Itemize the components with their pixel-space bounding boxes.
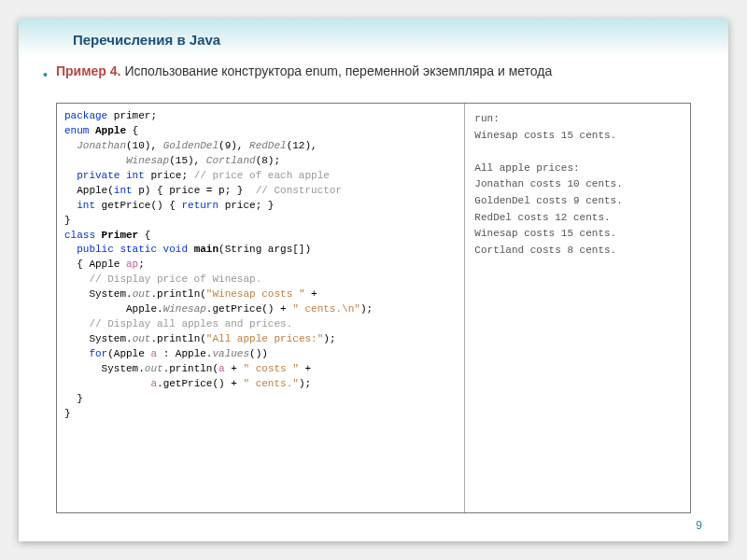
kw-return: return — [181, 200, 218, 211]
t: (10), — [126, 140, 163, 151]
kw-for: for — [64, 348, 107, 359]
comment: // Display price of Winesap. — [64, 273, 261, 285]
kw-package: package — [64, 110, 107, 121]
t: ()) — [249, 348, 268, 359]
t: (9), — [218, 140, 249, 151]
t: price; — [145, 170, 194, 181]
main: main — [188, 244, 218, 255]
kw-enum: enum — [64, 125, 89, 136]
out: out — [145, 363, 163, 374]
output-column: run: Winesap costs 15 cents. All apple p… — [465, 104, 690, 512]
t: { — [138, 230, 150, 241]
slide-title: Перечисления в Java — [73, 32, 220, 48]
t: ); — [360, 303, 373, 315]
comment: // price of each apple — [194, 170, 330, 181]
enum-const: Cortland — [206, 155, 256, 166]
t: } — [64, 393, 83, 404]
enum-name: Apple — [89, 125, 126, 136]
slide: Перечисления в Java • Пример 4. Использо… — [19, 19, 728, 541]
t: .getPrice() + — [157, 378, 243, 389]
str: " cents." — [243, 378, 298, 389]
t: .println( — [150, 288, 205, 300]
out: out — [133, 333, 151, 344]
code-column: package primer; enum Apple { Jonathan(10… — [57, 104, 465, 512]
class-name: Primer — [95, 230, 138, 241]
t: price; } — [218, 200, 274, 211]
enum-const: Winesap — [64, 155, 169, 166]
t: } — [64, 215, 71, 226]
t: System. — [64, 363, 145, 374]
kw-psv: public static void — [64, 244, 188, 255]
var: a — [218, 363, 225, 374]
t: primer; — [107, 110, 157, 121]
t: ; — [138, 259, 145, 270]
str: " costs " — [243, 363, 298, 374]
t: + — [225, 363, 244, 374]
t: Apple. — [64, 303, 163, 315]
str: "All apple prices:" — [206, 333, 323, 344]
t: (Apple — [107, 348, 150, 359]
subtitle: • Пример 4. Использование конструктора e… — [56, 63, 691, 78]
t: .getPrice() + — [206, 303, 292, 315]
content-box: package primer; enum Apple { Jonathan(10… — [56, 103, 691, 513]
out: out — [133, 288, 151, 300]
t: ); — [299, 378, 311, 389]
t: (12), — [287, 140, 317, 151]
bullet-icon: • — [43, 67, 48, 82]
enum-const: RedDel — [249, 140, 287, 151]
t — [64, 378, 150, 389]
comment: // Constructor — [256, 185, 342, 196]
t: { Apple — [64, 259, 126, 270]
var: ap — [126, 259, 138, 270]
subtitle-prefix: Пример 4. — [56, 63, 124, 78]
t: getPrice() { — [95, 200, 181, 211]
kw-int: int — [114, 185, 133, 196]
t: + — [304, 288, 317, 300]
t: .println( — [163, 363, 218, 374]
t: + — [299, 363, 311, 374]
t: p) { price = p; } — [133, 185, 256, 196]
kw-private-int: private int — [64, 170, 145, 181]
t: (15), — [169, 155, 206, 166]
t: (String args[]) — [218, 244, 311, 255]
values: values — [212, 348, 249, 359]
t: : Apple. — [157, 348, 212, 359]
comment: // Display all apples and prices. — [64, 318, 292, 329]
enum-const: Jonathan — [64, 140, 126, 151]
subtitle-rest: Использование конструктора enum, перемен… — [124, 63, 552, 78]
t: System. — [64, 333, 133, 344]
t: { — [126, 125, 138, 136]
kw-int: int — [64, 200, 95, 211]
str: "Winesap costs " — [206, 288, 305, 300]
t: System. — [64, 288, 133, 300]
kw-class: class — [64, 230, 95, 241]
t: .println( — [150, 333, 205, 344]
t: (8); — [256, 155, 280, 166]
t: Apple( — [64, 185, 114, 196]
enum-ref: Winesap — [163, 303, 206, 315]
str: " cents.\n" — [292, 303, 360, 315]
enum-const: GoldenDel — [163, 140, 218, 151]
t: ); — [323, 333, 335, 344]
page-number: 9 — [696, 519, 702, 532]
t: } — [64, 408, 71, 419]
